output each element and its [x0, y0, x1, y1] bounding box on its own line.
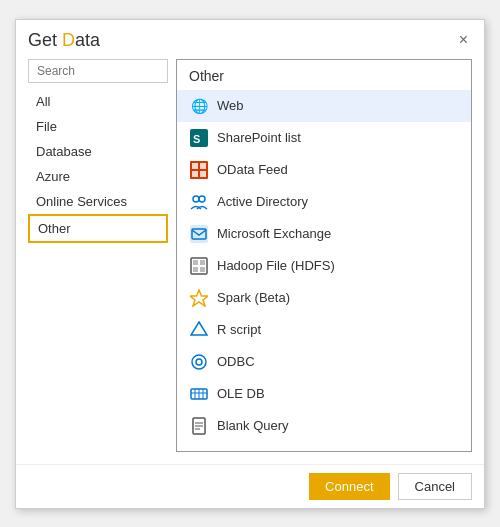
list-item-web[interactable]: 🌐 Web: [177, 90, 471, 122]
data-list: 🌐 Web S SharePoint list OData Feed: [177, 90, 471, 451]
list-item-label: Blank Query: [217, 418, 289, 433]
active-directory-icon: [189, 192, 209, 212]
svg-text:S: S: [193, 133, 200, 145]
right-panel: Other 🌐 Web S SharePoint list OData: [176, 59, 472, 452]
dialog-titlebar: Get Data ×: [16, 20, 484, 55]
svg-rect-14: [193, 267, 198, 272]
sidebar-item-azure[interactable]: Azure: [28, 164, 168, 189]
get-data-dialog: Get Data × All File Database Azure Onlin…: [15, 19, 485, 509]
list-item-odata[interactable]: OData Feed: [177, 154, 471, 186]
list-item-spark[interactable]: Spark (Beta): [177, 282, 471, 314]
svg-point-18: [192, 355, 206, 369]
svg-rect-6: [200, 171, 206, 177]
svg-rect-5: [192, 171, 198, 177]
list-item-exchange[interactable]: Microsoft Exchange: [177, 218, 471, 250]
list-item-label: ODBC: [217, 354, 255, 369]
list-item-label: Web: [217, 98, 244, 113]
svg-rect-4: [200, 163, 206, 169]
list-item-r-script[interactable]: R script: [177, 314, 471, 346]
svg-rect-13: [200, 260, 205, 265]
svg-point-8: [199, 196, 205, 202]
cancel-button[interactable]: Cancel: [398, 473, 472, 500]
sidebar-item-file[interactable]: File: [28, 114, 168, 139]
close-button[interactable]: ×: [455, 30, 472, 50]
search-input[interactable]: [28, 59, 168, 83]
hadoop-icon: [189, 256, 209, 276]
list-item-odbc[interactable]: ODBC: [177, 346, 471, 378]
odbc-icon: [189, 352, 209, 372]
title-highlight: D: [62, 30, 75, 50]
list-item-blank-query[interactable]: Blank Query: [177, 410, 471, 442]
sidebar-item-online-services[interactable]: Online Services: [28, 189, 168, 214]
connect-button[interactable]: Connect: [309, 473, 389, 500]
r-script-icon: [189, 320, 209, 340]
list-item-label: Microsoft Exchange: [217, 226, 331, 241]
list-item-label: Hadoop File (HDFS): [217, 258, 335, 273]
left-panel: All File Database Azure Online Services …: [28, 59, 168, 452]
svg-rect-15: [200, 267, 205, 272]
ole-db-icon: [189, 384, 209, 404]
web-icon: 🌐: [189, 96, 209, 116]
dialog-body: All File Database Azure Online Services …: [16, 55, 484, 464]
list-item-hadoop[interactable]: Hadoop File (HDFS): [177, 250, 471, 282]
odata-icon: [189, 160, 209, 180]
list-item-label: Spark (Beta): [217, 290, 290, 305]
svg-point-7: [193, 196, 199, 202]
blank-query-icon: [189, 416, 209, 436]
svg-rect-3: [192, 163, 198, 169]
svg-rect-12: [193, 260, 198, 265]
dialog-footer: Connect Cancel: [16, 464, 484, 508]
list-item-label: OLE DB: [217, 386, 265, 401]
list-item-ole-db[interactable]: OLE DB: [177, 378, 471, 410]
svg-point-19: [196, 359, 202, 365]
list-item-label: R script: [217, 322, 261, 337]
list-item-active-directory[interactable]: Active Directory: [177, 186, 471, 218]
sidebar-item-other[interactable]: Other: [28, 214, 168, 243]
right-panel-header: Other: [177, 60, 471, 90]
sharepoint-icon: S: [189, 128, 209, 148]
dialog-title: Get Data: [28, 30, 100, 51]
svg-marker-16: [190, 290, 208, 306]
spark-icon: [189, 288, 209, 308]
svg-marker-17: [191, 322, 207, 335]
exchange-icon: [189, 224, 209, 244]
list-item-sharepoint[interactable]: S SharePoint list: [177, 122, 471, 154]
list-item-label: OData Feed: [217, 162, 288, 177]
list-item-label: Active Directory: [217, 194, 308, 209]
sidebar-item-database[interactable]: Database: [28, 139, 168, 164]
sidebar-item-all[interactable]: All: [28, 89, 168, 114]
list-item-label: SharePoint list: [217, 130, 301, 145]
